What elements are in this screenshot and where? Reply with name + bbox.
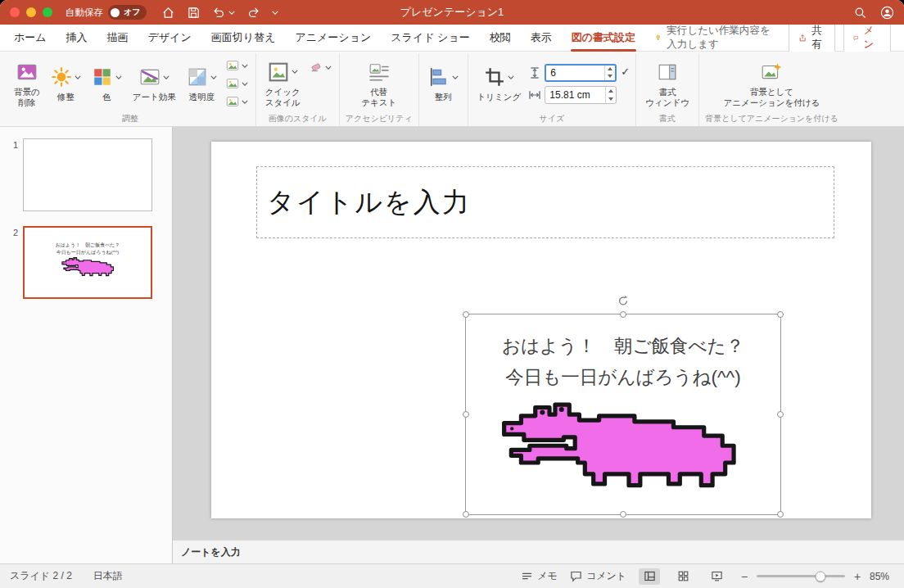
transparency-icon: [187, 66, 208, 88]
chevron-down-icon: [452, 75, 459, 79]
tab-slideshow[interactable]: スライド ショー: [390, 24, 470, 52]
slide-2-thumbnail[interactable]: おはよう！ 朝ご飯食べた？ 今日も一日がんばろうね(^^): [23, 226, 152, 299]
selected-picture[interactable]: おはよう！ 朝ご飯食べた？ 今日も一日がんばろうね(^^): [465, 314, 781, 515]
lock-aspect-ratio-checkbox[interactable]: ✓: [621, 66, 630, 78]
color-button[interactable]: 色: [88, 63, 125, 104]
format-pane-button[interactable]: 書式 ウィンドウ: [642, 58, 693, 109]
minimize-window-button[interactable]: [26, 7, 36, 17]
slide-indicator: スライド 2 / 2: [10, 569, 72, 583]
chevron-down-icon: [508, 75, 514, 79]
search-icon[interactable]: [853, 6, 867, 20]
stepper-up-icon[interactable]: [608, 89, 613, 93]
notes-pane[interactable]: ノートを入力: [173, 540, 904, 563]
slide-sorter-view-button[interactable]: [672, 568, 694, 585]
resize-handle-top-right[interactable]: [777, 311, 784, 318]
resize-handle-middle-left[interactable]: [463, 411, 469, 418]
shape-height-icon: [528, 66, 541, 79]
save-icon[interactable]: [187, 6, 201, 20]
arrange-button[interactable]: 整列: [425, 63, 462, 104]
ribbon-group-format: 書式 ウィンドウ 書式: [635, 53, 698, 126]
slide-editing-surface[interactable]: タイトルを入力 おはよう！ 朝ご飯食べた？: [211, 142, 871, 518]
thumbnail-creature-image: [61, 256, 115, 277]
ribbon-group-adjust: 背景の 削除 修整 色: [5, 53, 255, 126]
memo-button[interactable]: メモ: [521, 569, 558, 583]
traffic-lights: [10, 7, 52, 17]
zoom-percentage[interactable]: 85%: [870, 571, 894, 582]
tab-design[interactable]: デザイン: [147, 24, 192, 52]
account-icon[interactable]: [880, 6, 894, 20]
width-stepper[interactable]: [605, 87, 616, 103]
share-icon: [798, 32, 807, 44]
stepper-down-icon[interactable]: [608, 75, 612, 78]
change-picture-button[interactable]: [224, 76, 250, 91]
remove-background-button[interactable]: 背景の 削除: [11, 58, 43, 109]
animate-as-background-button[interactable]: 背景として アニメーションを付ける: [721, 58, 824, 109]
autosave-toggle[interactable]: オフ: [108, 5, 147, 20]
undo-button[interactable]: [212, 6, 235, 20]
shape-width-field: [545, 86, 617, 104]
zoom-slider-thumb[interactable]: [815, 571, 825, 581]
resize-handle-top-center[interactable]: [620, 311, 626, 318]
slideshow-view-button[interactable]: [706, 568, 727, 585]
corrections-button[interactable]: 修整: [47, 63, 84, 104]
width-input[interactable]: [545, 87, 605, 103]
zoom-slider[interactable]: [757, 575, 845, 577]
maximize-window-button[interactable]: [43, 7, 52, 17]
resize-handle-bottom-right[interactable]: [777, 511, 784, 518]
autosave-state: オフ: [124, 7, 140, 18]
chevron-down-icon: [75, 75, 81, 79]
memo-icon: [521, 570, 533, 582]
autosave-control[interactable]: 自動保存 オフ: [66, 5, 147, 20]
zoom-out-button[interactable]: −: [739, 570, 749, 583]
tab-picture-format[interactable]: 図の書式設定: [571, 24, 636, 52]
tab-insert[interactable]: 挿入: [66, 24, 88, 52]
quick-styles-button[interactable]: クイック スタイル: [262, 58, 304, 109]
ribbon-tab-bar: ホーム 挿入 描画 デザイン 画面切り替え アニメーション スライド ショー 校…: [0, 25, 904, 52]
chevron-down-icon[interactable]: [228, 11, 235, 15]
home-icon[interactable]: [161, 6, 175, 20]
resize-handle-top-left[interactable]: [463, 311, 469, 318]
tab-review[interactable]: 校閲: [489, 24, 512, 52]
ribbon-group-arrange: 整列: [418, 53, 468, 126]
stepper-up-icon[interactable]: [608, 67, 612, 70]
tab-draw[interactable]: 描画: [106, 24, 129, 52]
group-label-adjust: 調整: [122, 114, 138, 126]
group-label-accessibility: アクセシビリティ: [346, 114, 413, 126]
tab-transitions[interactable]: 画面切り替え: [210, 24, 277, 52]
artistic-effects-button[interactable]: アート効果: [129, 63, 179, 104]
resize-handle-bottom-left[interactable]: [463, 511, 469, 518]
slide-1-thumbnail[interactable]: [23, 138, 152, 211]
crop-icon: [484, 66, 505, 88]
chevron-down-icon: [163, 75, 170, 79]
chevron-down-icon: [242, 100, 248, 104]
resize-handle-middle-right[interactable]: [777, 411, 784, 418]
compress-picture-button[interactable]: [224, 58, 250, 73]
picture-icon: [226, 59, 239, 72]
zoom-in-button[interactable]: +: [852, 570, 862, 583]
tell-me-box[interactable]: 実行したい作業内容を入力します: [654, 24, 771, 52]
picture-border-button[interactable]: [308, 60, 333, 75]
quick-styles-icon: [268, 61, 289, 83]
eraser-icon: [310, 61, 323, 74]
height-input[interactable]: [546, 66, 604, 80]
tab-home[interactable]: ホーム: [13, 24, 47, 52]
title-placeholder[interactable]: タイトルを入力: [256, 166, 834, 238]
tab-view[interactable]: 表示: [530, 24, 553, 52]
crop-button[interactable]: トリミング: [474, 63, 525, 104]
transparency-button[interactable]: 透明度: [183, 63, 220, 104]
resize-handle-bottom-center[interactable]: [620, 511, 626, 518]
normal-view-button[interactable]: [639, 568, 660, 585]
shape-width-icon: [528, 88, 541, 102]
align-icon: [428, 66, 450, 88]
height-stepper[interactable]: [604, 66, 615, 80]
stepper-down-icon[interactable]: [608, 97, 613, 101]
reset-picture-button[interactable]: [224, 94, 250, 109]
close-window-button[interactable]: [10, 7, 20, 17]
alt-text-button[interactable]: 代替 テキスト: [358, 58, 400, 109]
rotate-handle-icon[interactable]: [617, 295, 630, 307]
tab-animations[interactable]: アニメーション: [294, 24, 372, 52]
language-indicator[interactable]: 日本語: [93, 569, 123, 583]
comments-toggle-button[interactable]: コメント: [570, 569, 626, 583]
redo-icon[interactable]: [246, 6, 260, 20]
customize-toolbar-chevron-icon[interactable]: [272, 11, 278, 15]
